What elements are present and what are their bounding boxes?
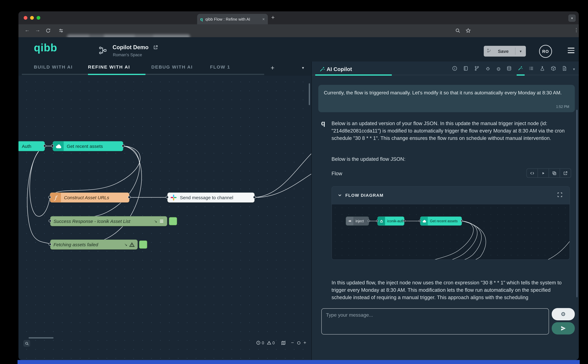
new-tab-button[interactable]: + <box>271 14 275 21</box>
mini-node-inject[interactable]: inject <box>346 216 369 226</box>
message-input[interactable] <box>321 308 549 334</box>
avatar[interactable]: RO <box>539 45 552 58</box>
copy-icon[interactable] <box>549 169 560 177</box>
zoom-indicator-icon[interactable] <box>455 28 460 34</box>
port[interactable] <box>43 144 46 147</box>
open-external-icon[interactable] <box>153 45 158 51</box>
diagram-collapse-chevron-icon[interactable] <box>337 193 342 199</box>
canvas-vscrollbar[interactable] <box>309 83 310 105</box>
diagram-fullscreen-icon[interactable] <box>557 192 562 199</box>
message-textarea[interactable] <box>322 309 549 334</box>
reload-button[interactable] <box>46 28 51 34</box>
canvas-search-button[interactable] <box>23 340 30 347</box>
qibb-logo[interactable]: qibb <box>34 41 57 54</box>
hamburger-menu-icon[interactable] <box>568 48 575 53</box>
file-icon[interactable] <box>562 66 567 72</box>
node-success-response-toggle[interactable] <box>169 217 177 225</box>
port[interactable] <box>166 196 169 199</box>
save-button[interactable]: Save ▾ <box>484 46 526 57</box>
lock-icon <box>378 217 385 225</box>
magic-wand-icon[interactable] <box>518 66 523 72</box>
zoom-window-button[interactable] <box>37 16 40 20</box>
tab-refine-with-ai[interactable]: REFINE WITH AI <box>88 64 130 70</box>
code-icon[interactable] <box>527 169 538 177</box>
canvas-hscrollbar[interactable] <box>29 337 53 338</box>
mini-flow-canvas[interactable]: inject iconik-auth Get r <box>332 204 569 260</box>
add-flow-tab-button[interactable]: + <box>271 64 274 72</box>
panel-toolbar: ⚙ ▾ <box>452 66 575 72</box>
send-plane-icon <box>561 325 566 331</box>
mini-wires <box>332 204 570 260</box>
mini-node-iconik-auth[interactable]: iconik-auth <box>377 216 405 226</box>
panel-more-chevron-icon[interactable]: ▾ <box>573 67 575 71</box>
port <box>461 220 463 222</box>
send-button[interactable] <box>552 322 575 334</box>
port[interactable] <box>51 144 54 147</box>
node-fetching-failed[interactable]: Fetching assets failed ↘ <box>50 240 138 250</box>
tab-build-with-ai[interactable]: BUILD WITH AI <box>34 64 73 70</box>
bug-icon[interactable] <box>485 66 490 72</box>
port[interactable] <box>49 220 51 222</box>
node-send-message-label: Send message to channel <box>177 195 236 200</box>
page-title: Copilot Demo <box>112 44 149 51</box>
save-label: Save <box>491 49 515 54</box>
port[interactable] <box>122 144 124 147</box>
node-send-message[interactable]: Send message to channel <box>167 192 255 203</box>
mini-node-get-recent-assets-label: Get recent assets <box>428 219 460 223</box>
flask-icon[interactable] <box>540 66 545 72</box>
branch-icon[interactable] <box>474 66 479 72</box>
browser-tab[interactable]: q qibb Flow : Refine with AI × <box>197 14 268 24</box>
tab-search-button[interactable]: ▾ <box>568 14 576 22</box>
node-fetching-failed-toggle[interactable] <box>139 240 147 249</box>
flow-canvas[interactable]: Auth Get recent assets ƒ Construct Asset… <box>19 76 311 360</box>
zoom-reset-button[interactable] <box>297 341 301 345</box>
node-auth-label: Auth <box>19 143 34 149</box>
close-window-button[interactable] <box>24 16 27 20</box>
port[interactable] <box>253 196 256 199</box>
tab-debug-with-ai[interactable]: DEBUG WITH AI <box>151 64 193 70</box>
gear-icon[interactable]: ⚙ <box>496 66 501 72</box>
run-icon[interactable] <box>538 169 549 177</box>
node-success-response[interactable]: Success Response - Iconik Asset List ↘ <box>50 216 167 226</box>
port[interactable] <box>128 196 131 199</box>
node-get-recent-assets-label: Get recent assets <box>64 143 106 149</box>
database-icon[interactable] <box>507 66 512 72</box>
node-construct-asset-urls[interactable]: ƒ Construct Asset URLs <box>50 192 130 203</box>
panel-scrollbar[interactable] <box>576 110 578 297</box>
tab-close-icon[interactable]: × <box>262 17 265 21</box>
port[interactable] <box>49 243 51 246</box>
flow-diagram-widget: FLOW DIAGRAM <box>332 186 570 260</box>
zoom-out-button[interactable]: − <box>291 340 294 345</box>
minimap-icon[interactable] <box>281 340 286 345</box>
list-view-icon[interactable] <box>529 66 534 72</box>
browser-menu-kebab-icon[interactable]: ⋮ <box>574 27 579 33</box>
assistant-followup-text: Below is the updated flow JSON: <box>332 156 570 163</box>
iconik-cloud-icon <box>53 141 64 151</box>
minimize-window-button[interactable] <box>30 16 34 20</box>
function-icon: ƒ <box>50 193 61 202</box>
open-external-icon[interactable] <box>560 169 571 177</box>
mini-node-get-recent-assets[interactable]: Get recent assets <box>420 216 462 226</box>
port[interactable] <box>48 196 51 199</box>
save-dropdown-icon[interactable]: ▾ <box>516 49 526 53</box>
package-icon[interactable] <box>551 66 556 72</box>
desktop: q qibb Flow : Refine with AI × + ▾ ← → <box>0 0 588 364</box>
info-icon[interactable] <box>452 66 457 72</box>
bookmark-star-icon[interactable] <box>466 28 471 34</box>
site-settings-icon[interactable] <box>59 28 64 34</box>
book-icon[interactable] <box>463 66 468 72</box>
tab-favicon: q <box>200 17 203 21</box>
back-button[interactable]: ← <box>25 27 30 33</box>
port <box>419 220 421 222</box>
diagram-title: FLOW DIAGRAM <box>345 193 384 198</box>
node-auth[interactable]: Auth <box>19 141 45 151</box>
node-get-recent-assets[interactable]: Get recent assets <box>52 141 123 151</box>
zoom-in-button[interactable]: + <box>303 340 306 345</box>
flow-tabs-dropdown-icon[interactable]: ▾ <box>302 65 304 70</box>
user-message-bubble: Currently, the flow is triggered manuall… <box>318 85 575 112</box>
forward-button[interactable]: → <box>35 27 40 33</box>
chat-settings-button[interactable]: ⚙ <box>552 308 575 320</box>
tab-flow-1[interactable]: FLOW 1 <box>210 64 230 70</box>
error-count-icon: 0 <box>256 340 264 345</box>
tab-title: qibb Flow : Refine with AI <box>205 17 261 21</box>
